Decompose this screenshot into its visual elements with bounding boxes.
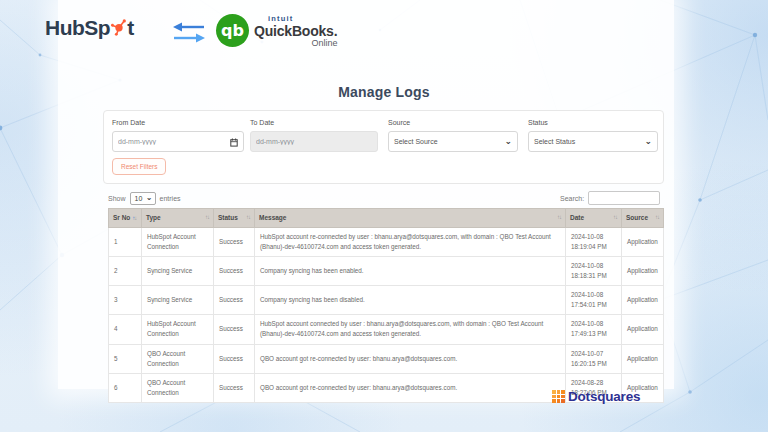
table-row: 4HubSpot Account ConnectionSuccessHubSpo… [109,315,664,344]
column-header-type[interactable]: Type↑↓ [142,209,214,228]
cell-source: Application [622,257,664,286]
cell-date: 2024-10-08 17:54:01 PM [566,286,622,315]
from-date-field [112,131,244,152]
page-size-select[interactable]: 10 ⌄ [130,192,156,205]
hubspot-logo-text-before: HubSp [45,16,110,40]
from-date-input[interactable] [118,138,238,145]
entries-label: entries [160,195,181,202]
cell-type: HubSpot Account Connection [142,228,214,257]
page-title: Manage Logs [0,84,768,100]
column-header-date[interactable]: Date↑↓ [566,209,622,228]
hubspot-sprocket-icon [111,18,127,36]
cell-source: Application [622,344,664,373]
cell-type: QBO Account Connection [142,373,214,402]
cell-source: Application [622,315,664,344]
cell-date: 2024-10-07 16:20:15 PM [566,344,622,373]
cell-status: Success [214,257,255,286]
hubspot-logo: HubSp t [45,16,134,40]
quickbooks-monogram-icon: qb [216,14,249,47]
status-select-value: Select Status [534,138,575,145]
column-header-status[interactable]: Status↑↓ [214,209,255,228]
source-select-value: Select Source [394,138,438,145]
page-size-value: 10 [135,195,143,202]
table-row: 3Syncing ServiceSuccessCompany syncing h… [109,286,664,315]
column-label: Type [146,214,161,221]
from-date-label: From Date [112,119,244,126]
table-row: 1HubSpot Account ConnectionSuccessHubSpo… [109,228,664,257]
cell-sr: 3 [109,286,142,315]
sort-icon[interactable]: ↑↓ [613,213,617,222]
cell-status: Success [214,315,255,344]
column-header-sr-no[interactable]: Sr No↑↓ [109,209,142,228]
table-row: 2Syncing ServiceSuccessCompany syncing h… [109,257,664,286]
show-label: Show [108,195,126,202]
quickbooks-logo-text: QuickBooks. [254,23,337,39]
cell-source: Application [622,286,664,315]
table-search: Search: [560,191,660,205]
logs-table-header: Sr No↑↓Type↑↓Status↑↓Message↑↓Date↑↓Sour… [109,209,664,228]
quickbooks-online-text: Online [254,38,337,48]
cell-message: QBO account got re-connected by user: bh… [255,373,566,402]
hubspot-logo-text-after: t [127,16,134,40]
source-select[interactable]: Select Source ⌄ [388,131,518,152]
status-select[interactable]: Select Status ⌄ [528,131,658,152]
cell-date: 2024-10-08 18:19:04 PM [566,228,622,257]
cell-sr: 5 [109,344,142,373]
cell-message: Company syncing has been disabled. [255,286,566,315]
dotsquares-logo: Dotsquares [552,389,640,404]
to-date-label: To Date [250,119,378,126]
cell-sr: 4 [109,315,142,344]
cell-status: Success [214,228,255,257]
search-label: Search: [560,195,584,202]
dotsquares-logo-text: Dotsquares [568,389,640,404]
column-label: Source [626,214,648,221]
search-input[interactable] [588,191,660,205]
sort-icon[interactable]: ↑↓ [132,215,136,221]
to-date-field [250,131,378,152]
cell-status: Success [214,373,255,402]
column-label: Message [259,214,286,221]
column-header-message[interactable]: Message↑↓ [255,209,566,228]
source-label: Source [388,119,518,126]
cell-date: 2024-10-08 18:18:31 PM [566,257,622,286]
cell-type: Syncing Service [142,286,214,315]
cell-sr: 1 [109,228,142,257]
column-label: Sr No [113,214,130,221]
chevron-down-icon: ⌄ [504,136,512,146]
column-label: Date [570,214,584,221]
cell-message: Company syncing has been enabled. [255,257,566,286]
status-label: Status [528,119,658,126]
cell-status: Success [214,286,255,315]
intuit-logo-text: intuit [268,14,337,23]
cell-status: Success [214,344,255,373]
dotsquares-grid-icon [552,390,565,403]
sync-arrows-icon [170,22,208,44]
chevron-down-icon: ⌄ [146,193,153,202]
quickbooks-logo: qb intuit QuickBooks. Online [216,14,337,48]
sort-icon[interactable]: ↑↓ [557,213,561,222]
reset-filters-button[interactable]: Reset Filters [112,158,166,175]
calendar-icon[interactable] [230,138,238,147]
cell-sr: 6 [109,373,142,402]
cell-message: HubSpot account re-connected by user : b… [255,228,566,257]
column-label: Status [218,214,238,221]
column-header-source[interactable]: Source↑↓ [622,209,664,228]
sort-icon[interactable]: ↑↓ [655,213,659,222]
cell-message: HubSpot account connected by user : bhan… [255,315,566,344]
to-date-input[interactable] [256,138,372,145]
chevron-down-icon: ⌄ [644,136,652,146]
table-row: 5QBO Account ConnectionSuccessQBO accoun… [109,344,664,373]
cell-type: HubSpot Account Connection [142,315,214,344]
cell-message: QBO account got re-connected by user: bh… [255,344,566,373]
cell-type: QBO Account Connection [142,344,214,373]
page-length-control: Show 10 ⌄ entries [108,192,181,205]
cell-source: Application [622,228,664,257]
logs-table: Sr No↑↓Type↑↓Status↑↓Message↑↓Date↑↓Sour… [108,208,664,403]
cell-type: Syncing Service [142,257,214,286]
sort-icon[interactable]: ↑↓ [246,213,250,222]
sort-icon[interactable]: ↑↓ [205,213,209,222]
filter-card: From Date To Date Source Select Source ⌄… [103,110,664,184]
cell-date: 2024-10-08 17:49:13 PM [566,315,622,344]
cell-sr: 2 [109,257,142,286]
